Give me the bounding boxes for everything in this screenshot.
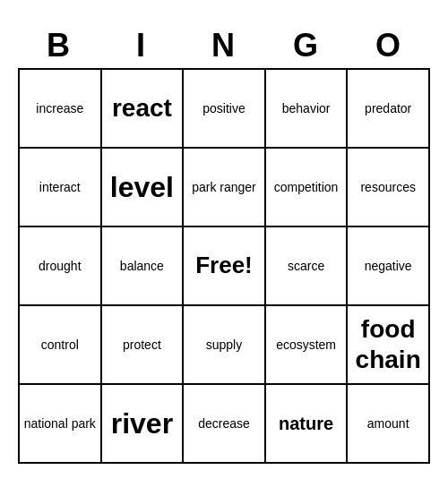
bingo-cell-1-4: resources	[348, 149, 430, 227]
cell-text-0-3: behavior	[282, 101, 331, 116]
bingo-cell-0-4: predator	[348, 70, 430, 149]
bingo-cell-3-3: ecosystem	[266, 306, 349, 385]
cell-text-3-0: control	[41, 337, 79, 353]
cell-text-2-4: negative	[365, 259, 412, 274]
cell-text-1-0: interact	[39, 180, 81, 195]
header-letter: G	[265, 23, 348, 68]
cell-text-4-3: nature	[279, 413, 333, 434]
bingo-cell-4-4: amount	[348, 385, 430, 464]
cell-text-2-2: Free!	[195, 252, 253, 279]
bingo-cell-4-2: decrease	[184, 385, 266, 464]
bingo-cell-2-3: scarce	[266, 227, 349, 306]
cell-text-3-2: supply	[206, 337, 242, 353]
bingo-cell-2-2: Free!	[184, 227, 266, 306]
cell-text-4-0: national park	[24, 416, 96, 431]
bingo-cell-3-4: food chain	[348, 306, 430, 385]
bingo-cell-3-1: protect	[102, 306, 185, 385]
bingo-cell-1-3: competition	[266, 149, 349, 227]
bingo-cell-4-3: nature	[266, 385, 349, 464]
bingo-cell-2-1: balance	[102, 227, 185, 306]
cell-text-2-3: scarce	[288, 259, 324, 274]
bingo-card: BINGO increasereactpositivebehaviorpreda…	[18, 23, 430, 464]
bingo-cell-1-2: park ranger	[184, 149, 266, 227]
bingo-grid: increasereactpositivebehaviorpredatorint…	[18, 68, 430, 464]
cell-text-4-2: decrease	[198, 416, 250, 431]
bingo-cell-1-1: level	[102, 149, 185, 227]
cell-text-0-2: positive	[202, 101, 245, 116]
cell-text-1-2: park ranger	[192, 180, 256, 195]
bingo-cell-1-0: interact	[20, 149, 102, 227]
bingo-cell-3-2: supply	[184, 306, 266, 385]
header-letter: B	[18, 23, 100, 68]
cell-text-3-4: food chain	[351, 314, 425, 374]
bingo-cell-2-0: drought	[20, 227, 102, 306]
bingo-cell-3-0: control	[20, 306, 102, 385]
cell-text-1-1: level	[110, 170, 174, 204]
cell-text-1-4: resources	[360, 180, 415, 195]
bingo-cell-0-0: increase	[20, 70, 102, 149]
bingo-header: BINGO	[18, 23, 430, 68]
cell-text-0-4: predator	[365, 101, 411, 116]
bingo-cell-4-1: river	[102, 385, 185, 464]
cell-text-2-1: balance	[120, 259, 164, 274]
cell-text-3-3: ecosystem	[276, 337, 336, 353]
cell-text-0-0: increase	[36, 101, 83, 116]
cell-text-2-0: drought	[39, 259, 81, 274]
bingo-cell-2-4: negative	[348, 227, 430, 306]
bingo-cell-0-3: behavior	[266, 70, 349, 149]
cell-text-4-1: river	[111, 406, 173, 440]
bingo-cell-0-2: positive	[184, 70, 266, 149]
cell-text-0-1: react	[112, 93, 172, 124]
cell-text-1-3: competition	[274, 180, 339, 195]
header-letter: I	[100, 23, 183, 68]
cell-text-4-4: amount	[367, 416, 409, 431]
bingo-cell-0-1: react	[102, 70, 185, 149]
bingo-cell-4-0: national park	[20, 385, 102, 464]
header-letter: N	[183, 23, 265, 68]
cell-text-3-1: protect	[123, 337, 161, 353]
header-letter: O	[348, 23, 430, 68]
